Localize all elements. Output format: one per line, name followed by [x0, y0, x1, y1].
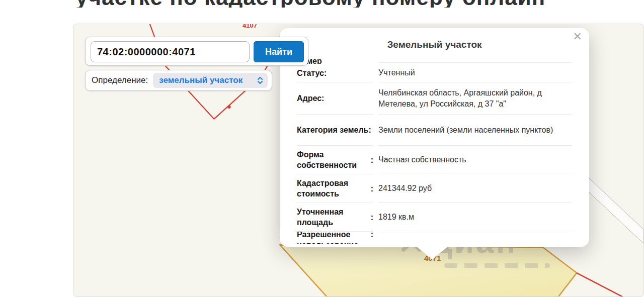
page: участке по кадастровому номеру онлайн 41…	[0, 0, 644, 297]
row-value: 1819 кв.м	[378, 204, 572, 231]
row-value	[378, 232, 572, 244]
row-colon: :	[371, 232, 373, 240]
clipped-page-heading: участке по кадастровому номеру онлайн	[75, 0, 639, 8]
table-row-status: Статус: Учтенный	[297, 64, 572, 82]
row-value: 241344.92 руб	[378, 175, 572, 203]
row-value: Челябинская область, Аргаяшский район, д…	[378, 82, 572, 115]
table-row-ownership-form: Форма собственности: Частная собственнос…	[297, 146, 572, 174]
popup-title: Земельный участок	[297, 39, 572, 50]
red-boundary-line-bottom	[577, 273, 626, 297]
table-row-permitted-use: Разрешенное использование:	[297, 232, 572, 244]
row-label: Статус	[297, 68, 324, 78]
row-value: Учтенный	[378, 64, 572, 82]
table-row-refined-area: Уточненная площадь: 1819 кв.м	[297, 203, 572, 232]
row-colon: :	[321, 93, 324, 104]
definition-label: Определение:	[92, 75, 148, 85]
select-chevrons-icon	[257, 76, 264, 84]
row-value: Частная собственность	[378, 147, 572, 173]
row-value: 74:02:0000000:4071	[378, 56, 572, 63]
row-label: Адрес	[297, 93, 321, 104]
boundary-vertex-dot	[227, 106, 230, 109]
find-button[interactable]: Найти	[254, 41, 304, 62]
page-heading-text: участке по кадастровому номеру онлайн	[75, 0, 639, 8]
table-row-land-category: Категория земель: Земли поселений (земли…	[297, 115, 572, 146]
road-strip	[586, 175, 643, 243]
row-colon: :	[371, 155, 373, 165]
parcel-info-popup: ✕ Земельный участок Кадастровый номер: 7…	[280, 28, 589, 247]
popup-pointer-arrow	[416, 246, 448, 259]
definition-filter: Определение: земельный участок	[85, 70, 272, 91]
row-label: Уточненная площадь	[297, 207, 371, 228]
cadastral-map[interactable]: 4107 4071 Циан Найти Определение: земель…	[73, 24, 644, 297]
row-colon: :	[371, 183, 373, 194]
parcel-attributes-table: Кадастровый номер: 74:02:0000000:4071 Ст…	[297, 56, 572, 244]
table-row-cadastral-number: Кадастровый номер: 74:02:0000000:4071	[297, 56, 572, 64]
table-row-address: Адрес: Челябинская область, Аргаяшский р…	[297, 82, 572, 115]
row-label: Разрешенное использование	[297, 232, 371, 244]
table-row-cadastral-cost: Кадастровая стоимость: 241344.92 руб	[297, 174, 572, 203]
row-value: Земли поселений (земли населенных пункто…	[378, 115, 572, 146]
row-colon: :	[324, 68, 327, 78]
row-label: Кадастровая стоимость	[297, 178, 371, 199]
watermark-subline	[444, 263, 550, 268]
parcel-number-label-4107: 4107	[243, 24, 257, 29]
row-label: Форма собственности	[297, 149, 371, 170]
cadastral-number-input[interactable]	[91, 41, 250, 62]
search-bar: Найти	[85, 37, 308, 66]
entity-type-select[interactable]: земельный участок	[153, 73, 268, 88]
row-colon: :	[368, 125, 371, 135]
selected-option: земельный участок	[159, 75, 257, 85]
close-icon[interactable]: ✕	[573, 31, 582, 42]
row-label: Категория земель	[297, 125, 368, 135]
row-colon: :	[371, 212, 373, 223]
